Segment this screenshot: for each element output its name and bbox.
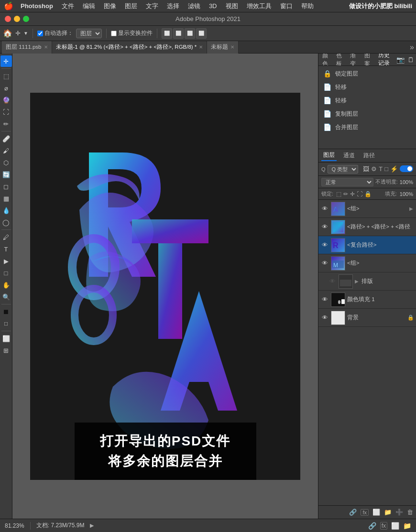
status-group-btn[interactable]: 📁 bbox=[403, 522, 411, 530]
close-button[interactable] bbox=[5, 16, 11, 22]
auto-select-input[interactable] bbox=[37, 31, 43, 36]
tab-untitled-close[interactable]: ✕ bbox=[230, 44, 234, 50]
apple-menu[interactable]: 🍎 bbox=[4, 1, 13, 11]
healing-tool[interactable]: 🩹 bbox=[0, 133, 12, 144]
text-tool[interactable]: T bbox=[0, 243, 12, 255]
blur-tool[interactable]: 💧 bbox=[0, 205, 12, 216]
history-tab-history[interactable]: 历史记录 bbox=[376, 54, 393, 66]
filter-toggle[interactable] bbox=[400, 165, 413, 172]
filter-smart-icon[interactable]: ⚡ bbox=[390, 165, 398, 173]
screen-mode-tool[interactable]: ⊞ bbox=[0, 345, 12, 356]
stamp-tool[interactable]: ⬡ bbox=[0, 157, 12, 168]
tab-layers-psb-close[interactable]: ✕ bbox=[44, 44, 48, 50]
eraser-tool[interactable]: ◻ bbox=[0, 181, 12, 192]
layer-vis-bg[interactable]: 👁 bbox=[320, 314, 329, 322]
menu-filter[interactable]: 滤镜 bbox=[185, 1, 204, 11]
select-tool[interactable]: ⬚ bbox=[0, 70, 12, 82]
history-tab-pattern[interactable]: 图案 bbox=[362, 54, 372, 66]
quick-mask-tool[interactable]: ⬜ bbox=[0, 333, 12, 344]
move-tool-icon[interactable]: ✛ bbox=[15, 30, 21, 37]
history-tab-color[interactable]: 颜色 bbox=[320, 54, 330, 66]
crop-tool[interactable]: ⛶ bbox=[0, 106, 12, 118]
layer-tab-layers[interactable]: 图层 bbox=[321, 150, 337, 161]
layer-row-path1[interactable]: 👁 M <路径> + <路径> + <路径 bbox=[318, 218, 416, 236]
filter-pixel-icon[interactable]: 🖼 bbox=[363, 165, 369, 173]
dodge-tool[interactable]: ◯ bbox=[0, 217, 12, 228]
layer-vis-path1[interactable]: 👁 bbox=[320, 223, 329, 231]
layer-vis-fill[interactable]: 👁 bbox=[320, 295, 329, 304]
lock-artboard-icon[interactable]: ⛶ bbox=[357, 191, 362, 197]
layer-vis-group2[interactable]: 👁 bbox=[320, 259, 329, 268]
layer-row-bg[interactable]: 👁 背景 🔒 bbox=[318, 309, 416, 327]
menu-layer[interactable]: 图层 bbox=[121, 1, 141, 11]
history-brush-tool[interactable]: 🔄 bbox=[0, 169, 12, 180]
pen-tool[interactable]: 🖊 bbox=[0, 231, 12, 243]
path-select-tool[interactable]: ▶ bbox=[0, 255, 12, 267]
layer-group-icon[interactable]: 📁 bbox=[384, 509, 392, 516]
history-item-2[interactable]: 📄 轻移 bbox=[318, 94, 416, 107]
lock-paint-icon[interactable]: ✏ bbox=[343, 191, 348, 197]
zoom-tool[interactable]: 🔍 bbox=[0, 291, 12, 303]
layer-filter-type[interactable]: Q 类型 bbox=[328, 165, 358, 174]
quick-select-tool[interactable]: 🔮 bbox=[0, 94, 12, 106]
history-tab-gradient[interactable]: 渐变 bbox=[348, 54, 358, 66]
lock-move-icon[interactable]: ✛ bbox=[350, 191, 355, 197]
layer-vis-typeset[interactable]: 👁 bbox=[328, 277, 337, 286]
auto-select-checkbox[interactable]: 自动选择： bbox=[37, 29, 73, 37]
menu-image[interactable]: 图像 bbox=[100, 1, 120, 11]
history-item-4[interactable]: 📄 合并图层 bbox=[318, 120, 416, 134]
history-item-1[interactable]: 📄 轻移 bbox=[318, 80, 416, 94]
history-camera-icon[interactable]: 📷 bbox=[396, 56, 405, 64]
layer-row-composite[interactable]: 👁 R <复合路径> bbox=[318, 236, 416, 254]
layer-link-icon[interactable]: 🔗 bbox=[349, 509, 357, 516]
auto-select-dropdown[interactable]: 图层 bbox=[76, 29, 102, 38]
menu-3d[interactable]: 3D bbox=[206, 1, 220, 11]
layer-expand-typeset[interactable]: ▶ bbox=[355, 279, 359, 284]
lock-all-icon[interactable]: 🔒 bbox=[364, 191, 372, 197]
filter-shape-icon[interactable]: □ bbox=[384, 165, 388, 173]
layer-expand-group1[interactable]: ▶ bbox=[409, 206, 413, 211]
layer-row-group1[interactable]: 👁 A <组> ▶ bbox=[318, 200, 416, 218]
background-color[interactable]: □ bbox=[0, 318, 12, 329]
menu-window[interactable]: 窗口 bbox=[277, 1, 296, 11]
layer-row-typeset[interactable]: 👁 ▶ 排版 bbox=[318, 272, 416, 291]
align-left-btn[interactable]: ⬜ bbox=[162, 28, 172, 39]
tab-untitled[interactable]: 未标题 ✕ bbox=[207, 41, 239, 54]
layer-row-fill[interactable]: 👁 颜色填充 1 bbox=[318, 291, 416, 309]
align-center-btn[interactable]: ⬜ bbox=[173, 28, 184, 39]
lasso-tool[interactable]: ⌀ bbox=[0, 82, 12, 94]
menu-file[interactable]: 文件 bbox=[58, 1, 77, 11]
menu-help[interactable]: 帮助 bbox=[298, 1, 317, 11]
home-icon[interactable]: 🏠 bbox=[3, 29, 12, 38]
history-item-0[interactable]: 🔒 锁定图层 bbox=[318, 67, 416, 80]
align-top-btn[interactable]: ⬜ bbox=[196, 28, 207, 39]
hand-tool[interactable]: ✋ bbox=[0, 279, 12, 291]
tab-more-button[interactable]: » bbox=[410, 43, 414, 52]
history-new-icon[interactable]: 🗒 bbox=[407, 56, 414, 64]
layer-tab-paths[interactable]: 路径 bbox=[361, 151, 377, 161]
minimize-button[interactable] bbox=[14, 16, 20, 22]
show-transform-input[interactable] bbox=[111, 31, 117, 36]
move-tool[interactable]: ✛ bbox=[0, 55, 12, 67]
layer-new-icon[interactable]: ➕ bbox=[395, 509, 403, 516]
shape-tool[interactable]: □ bbox=[0, 267, 12, 279]
layer-tab-channels[interactable]: 通道 bbox=[341, 151, 357, 161]
layer-row-group2[interactable]: 👁 M <组> bbox=[318, 254, 416, 272]
filter-adjust-icon[interactable]: ⚙ bbox=[371, 165, 377, 173]
app-name[interactable]: Photoshop bbox=[17, 1, 56, 11]
menu-edit[interactable]: 编辑 bbox=[79, 1, 99, 11]
eyedropper-tool[interactable]: ✏ bbox=[0, 118, 12, 130]
tab-layers-psb[interactable]: 图层 1111.psb ✕ bbox=[2, 41, 52, 54]
layer-fx-icon[interactable]: fx bbox=[361, 509, 369, 516]
maximize-button[interactable] bbox=[23, 16, 29, 22]
status-arrow[interactable]: ▶ bbox=[90, 522, 94, 529]
gradient-tool[interactable]: ▦ bbox=[0, 193, 12, 204]
history-item-3[interactable]: 📄 复制图层 bbox=[318, 107, 416, 120]
history-tab-swatch[interactable]: 色板 bbox=[334, 54, 344, 66]
foreground-color[interactable]: ■ bbox=[0, 306, 12, 317]
tab-untitled-1-close[interactable]: ✕ bbox=[199, 44, 203, 50]
status-btn-1[interactable]: 🔗 bbox=[368, 522, 376, 530]
tab-untitled-1[interactable]: 未标题-1 @ 81.2% (<路径> + <路径> + <路径>, RGB/8… bbox=[52, 41, 208, 54]
blend-mode-dropdown[interactable]: 正常 bbox=[321, 178, 373, 186]
layer-delete-icon[interactable]: 🗑 bbox=[407, 509, 413, 516]
